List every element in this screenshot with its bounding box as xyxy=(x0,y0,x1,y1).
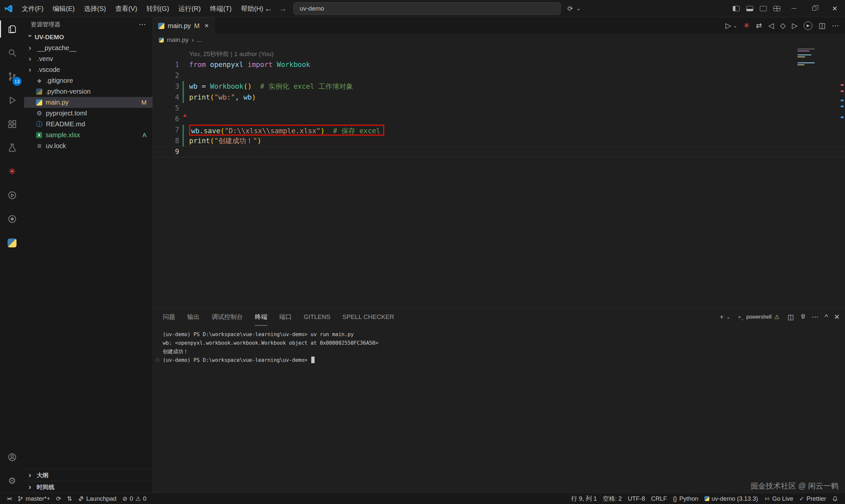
commit-graph-icon[interactable]: ⇅ xyxy=(64,493,75,504)
close-button[interactable]: ✕ xyxy=(825,0,845,17)
tab-main-py[interactable]: main.py M ✕ xyxy=(153,17,214,34)
compare-icon[interactable]: ⇄ xyxy=(756,21,762,30)
tree-item-pyproject-toml[interactable]: ⚙pyproject.toml xyxy=(24,108,153,119)
code-runner-icon[interactable] xyxy=(0,183,24,207)
toggle-primary-sidebar-icon[interactable] xyxy=(733,6,740,11)
tree-item-uv-lock[interactable]: ≣uv.lock xyxy=(24,141,153,151)
terminal-dropdown-icon[interactable]: ⌄ xyxy=(726,314,730,320)
python-env-icon xyxy=(704,496,709,501)
code-editor[interactable]: You, 25秒钟前 | 1 author (You) 1from openpy… xyxy=(153,46,845,308)
git-branch-item[interactable]: master*+ xyxy=(15,493,53,504)
breadcrumb-symbol[interactable]: ... xyxy=(197,36,202,43)
settings-gear-icon[interactable]: ⚙ xyxy=(0,469,24,493)
nav-back-icon[interactable]: ← xyxy=(264,4,272,13)
extension-star-action-icon[interactable]: ✳ xyxy=(744,21,750,30)
explorer-icon[interactable] xyxy=(0,17,24,41)
split-editor-icon[interactable]: ◫ xyxy=(818,21,826,30)
panel-tab-输出[interactable]: 输出 xyxy=(187,308,200,326)
live-preview-icon[interactable] xyxy=(0,207,24,231)
breadcrumb-file[interactable]: main.py xyxy=(167,36,189,43)
tree-item-main-py[interactable]: main.pyM xyxy=(24,97,153,108)
panel-tab-调试控制台[interactable]: 调试控制台 xyxy=(212,308,243,326)
editor-tab-bar: main.py M ✕ ▷ ⌄ ✳ ⇄ ◁ ◇ ▷ ▶ ◫ ⋯ xyxy=(153,17,845,34)
close-panel-icon[interactable]: ✕ xyxy=(834,313,840,321)
panel-tab-终端[interactable]: 终端 xyxy=(255,308,267,326)
command-center[interactable]: uv-demo xyxy=(294,2,561,15)
panel-tab-SPELL CHECKER[interactable]: SPELL CHECKER xyxy=(342,308,394,326)
explorer-more-actions-icon[interactable]: ⋯ xyxy=(139,20,146,29)
menu-item[interactable]: 编辑(E) xyxy=(48,0,80,17)
split-terminal-icon[interactable]: ◫ xyxy=(788,313,794,321)
extension-star-icon[interactable]: ✳ xyxy=(0,160,24,183)
tree-item-readme-md[interactable]: ⓘREADME.md xyxy=(24,119,153,130)
project-root-row[interactable]: › UV-DEMO xyxy=(24,32,153,42)
tree-item-sample-xlsx[interactable]: sample.xlsxA xyxy=(24,130,153,141)
panel-tab-问题[interactable]: 问题 xyxy=(163,308,175,326)
panel-more-actions-icon[interactable]: ⋯ xyxy=(812,313,819,321)
encoding[interactable]: UTF-8 xyxy=(625,493,648,504)
session-sync-icon[interactable]: ⟳ xyxy=(567,5,573,13)
tree-item--python-version[interactable]: .python-version xyxy=(24,86,153,97)
restore-button[interactable] xyxy=(804,0,825,17)
python-interpreter[interactable]: uv-demo (3.13.3) xyxy=(701,493,761,504)
remote-indicator[interactable]: >< xyxy=(4,493,15,504)
kill-terminal-icon[interactable] xyxy=(800,313,806,321)
extensions-icon[interactable] xyxy=(0,112,24,136)
menu-item[interactable]: 查看(V) xyxy=(110,0,142,17)
problems-item[interactable]: ⊘ 0 ⚠ 0 xyxy=(120,493,149,504)
command-decoration-icon[interactable] xyxy=(156,358,159,362)
tab-close-icon[interactable]: ✕ xyxy=(204,22,209,29)
new-terminal-icon[interactable]: + xyxy=(720,313,723,321)
chevron-down-icon[interactable]: ⌄ xyxy=(576,5,581,12)
chevron-collapsed-icon: › xyxy=(29,44,34,52)
sync-changes-icon[interactable]: ⟳ xyxy=(53,493,64,504)
maximize-panel-icon[interactable]: ^ xyxy=(825,313,828,321)
source-control-icon[interactable]: 13 xyxy=(0,65,24,88)
previous-change-icon[interactable]: ◁ xyxy=(768,21,774,30)
run-dropdown-icon[interactable]: ⌄ xyxy=(734,23,737,29)
minimize-button[interactable] xyxy=(784,0,804,17)
tree-item--gitignore[interactable]: ◆.gitignore xyxy=(24,75,153,86)
file-file-icon: ≣ xyxy=(36,143,42,149)
search-icon[interactable] xyxy=(0,41,24,65)
next-change-icon[interactable]: ▷ xyxy=(792,21,797,30)
tree-item--pycache-[interactable]: ›__pycache__ xyxy=(24,42,153,53)
go-live-item[interactable]: Go Live xyxy=(761,493,796,504)
python-extension-icon[interactable] xyxy=(0,231,24,255)
menu-item[interactable]: 终端(T) xyxy=(205,0,236,17)
vscode-logo-icon[interactable] xyxy=(0,4,17,13)
menu-item[interactable]: 帮助(H) xyxy=(236,0,268,17)
account-icon[interactable] xyxy=(0,445,24,469)
changes-diamond-icon[interactable]: ◇ xyxy=(780,21,786,30)
terminal-output[interactable]: (uv-demo) PS D:\workspace\vue-learning\u… xyxy=(153,326,845,364)
toggle-secondary-sidebar-icon[interactable] xyxy=(760,6,767,11)
panel-tab-GITLENS[interactable]: GITLENS xyxy=(304,308,330,326)
run-debug-icon[interactable] xyxy=(0,88,24,112)
menu-item[interactable]: 运行(R) xyxy=(174,0,205,17)
tree-item--vscode[interactable]: ›.vscode xyxy=(24,64,153,75)
menu-item[interactable]: 选择(S) xyxy=(79,0,110,17)
editor-more-actions-icon[interactable]: ⋯ xyxy=(832,21,839,30)
testing-icon[interactable] xyxy=(0,136,24,160)
language-mode[interactable]: {} Python xyxy=(670,493,701,504)
terminal-tab-powershell[interactable]: >_ powershell ⚠ xyxy=(736,313,781,321)
tree-item--venv[interactable]: ›.venv xyxy=(24,53,153,64)
prettier-item[interactable]: ✓ Prettier xyxy=(796,493,829,504)
nav-forward-icon[interactable]: → xyxy=(279,4,287,13)
timeline-section[interactable]: › 时间线 xyxy=(24,481,153,493)
panel-tab-端口[interactable]: 端口 xyxy=(279,308,292,326)
run-code-icon[interactable]: ▶ xyxy=(804,21,812,30)
breadcrumb[interactable]: main.py › ... xyxy=(153,34,845,46)
menu-item[interactable]: 文件(F) xyxy=(17,0,48,17)
outline-section[interactable]: › 大纲 xyxy=(24,469,153,481)
notifications-bell-icon[interactable] xyxy=(829,493,841,504)
indentation[interactable]: 空格: 2 xyxy=(600,493,625,504)
launchpad-item[interactable]: Launchpad xyxy=(75,493,120,504)
run-python-file-icon[interactable]: ▷ xyxy=(725,21,731,30)
toggle-panel-icon[interactable] xyxy=(746,6,753,11)
minimap[interactable] xyxy=(797,49,823,68)
menu-item[interactable]: 转到(G) xyxy=(142,0,174,17)
eol-sequence[interactable]: CRLF xyxy=(648,493,670,504)
customize-layout-icon[interactable] xyxy=(773,6,780,11)
cursor-position[interactable]: 行 9, 列 1 xyxy=(568,493,600,504)
